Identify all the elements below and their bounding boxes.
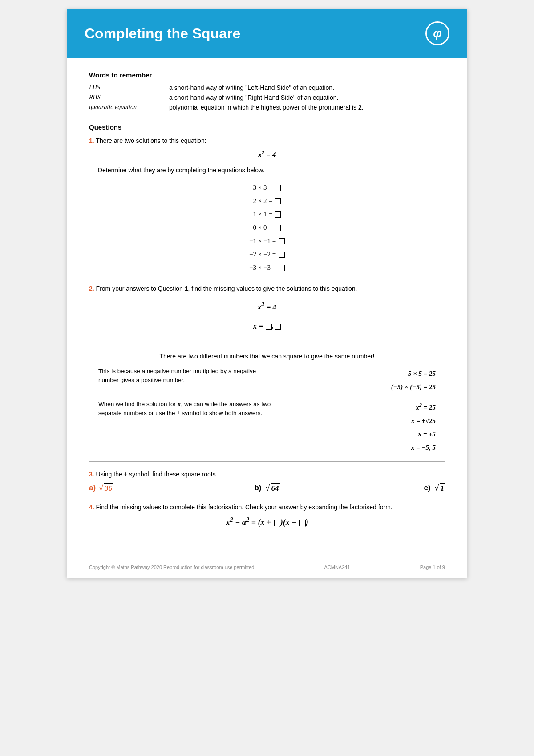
math-line: x = −5, 5 bbox=[287, 441, 436, 454]
q3-part-a: a) √36 bbox=[89, 483, 208, 493]
question-4: 4. Find the missing values to complete t… bbox=[89, 504, 445, 527]
math-line: x = ±√25 bbox=[287, 414, 436, 427]
answer-box bbox=[274, 520, 280, 526]
vocab-def-quadratic: polynomial equation in which the highest… bbox=[169, 104, 445, 111]
info-box-header: There are two different numbers that we … bbox=[98, 353, 436, 360]
question-1: 1. There are two solutions to this equat… bbox=[89, 137, 445, 274]
vocab-row: quadratic equation polynomial equation i… bbox=[89, 104, 445, 111]
equation-line: −2 × −2 = bbox=[89, 248, 445, 261]
q1-equation: x2 = 4 bbox=[89, 150, 445, 159]
equation-line: 1 × 1 = bbox=[89, 207, 445, 221]
q4-text: 4. Find the missing values to complete t… bbox=[89, 504, 445, 511]
answer-box bbox=[275, 225, 281, 231]
vocab-def-lhs: a short-hand way of writing "Left-Hand S… bbox=[169, 84, 445, 91]
info-section-1-math: 5 × 5 = 25 (−5) × (−5) = 25 bbox=[287, 367, 436, 394]
info-section-2-text: When we find the solution for x, we can … bbox=[98, 400, 287, 418]
question-2: 2. From your answers to Question 1, find… bbox=[89, 285, 445, 334]
math-line: 5 × 5 = 25 bbox=[287, 367, 436, 380]
vocab-term-quadratic: quadratic equation bbox=[89, 104, 169, 111]
q3-parts-row: a) √36 b) √64 c) √1 bbox=[89, 483, 445, 493]
vocab-term-rhs: RHS bbox=[89, 94, 169, 101]
answer-box bbox=[279, 238, 285, 244]
q2-text: 2. From your answers to Question 1, find… bbox=[89, 285, 445, 292]
q2-equation-2: x = , bbox=[89, 318, 445, 334]
vocab-row: LHS a short-hand way of writing "Left-Ha… bbox=[89, 84, 445, 91]
page: Completing the Square φ Words to remembe… bbox=[67, 9, 467, 578]
info-section-2-math: x2 = 25 x = ±√25 x = ±5 x = −5, 5 bbox=[287, 400, 436, 454]
questions-section: Questions 1. There are two solutions to … bbox=[89, 123, 445, 527]
footer-code: ACMNA241 bbox=[324, 565, 350, 570]
q1-subtext: Determine what they are by completing th… bbox=[89, 167, 445, 174]
equation-line: 2 × 2 = bbox=[89, 194, 445, 207]
header: Completing the Square φ bbox=[67, 9, 467, 58]
vocab-def-rhs: a short-hand way of writing "Right-Hand … bbox=[169, 94, 445, 101]
q1-text: 1. There are two solutions to this equat… bbox=[89, 137, 445, 144]
footer-page: Page 1 of 9 bbox=[420, 565, 445, 570]
q4-equation: x2 − a2 = (x + )(x − ) bbox=[89, 516, 445, 527]
vocab-row: RHS a short-hand way of writing "Right-H… bbox=[89, 94, 445, 101]
info-section-1-text: This is because a negative number multip… bbox=[98, 367, 287, 385]
equation-line: 3 × 3 = bbox=[89, 181, 445, 194]
answer-box bbox=[266, 324, 272, 330]
math-line: x2 = 25 bbox=[287, 400, 436, 414]
answer-box bbox=[279, 265, 285, 271]
q2-equation-1: x2 = 4 bbox=[89, 297, 445, 315]
info-box: There are two different numbers that we … bbox=[89, 345, 445, 462]
words-title: Words to remember bbox=[89, 71, 445, 79]
vocab-term-lhs: LHS bbox=[89, 84, 169, 91]
answer-box bbox=[279, 252, 285, 258]
vocab-table: LHS a short-hand way of writing "Left-Ha… bbox=[89, 84, 445, 111]
math-line: (−5) × (−5) = 25 bbox=[287, 380, 436, 394]
main-content: Words to remember LHS a short-hand way o… bbox=[67, 58, 467, 551]
answer-box bbox=[275, 198, 281, 204]
answer-box bbox=[275, 324, 281, 330]
q3-part-b: b) √64 bbox=[208, 483, 327, 493]
answer-box bbox=[275, 211, 281, 218]
q3-part-c: c) √1 bbox=[326, 483, 445, 493]
equation-line: −3 × −3 = bbox=[89, 261, 445, 274]
equations-block: 3 × 3 = 2 × 2 = 1 × 1 = 0 × 0 = −1 × −1 … bbox=[89, 181, 445, 274]
words-section: Words to remember LHS a short-hand way o… bbox=[89, 71, 445, 111]
answer-box bbox=[299, 520, 306, 526]
math-line: x = ±5 bbox=[287, 427, 436, 441]
info-section-1: This is because a negative number multip… bbox=[98, 367, 436, 394]
info-section-2: When we find the solution for x, we can … bbox=[98, 400, 436, 454]
page-title: Completing the Square bbox=[85, 25, 240, 42]
question-3: 3. Using the ± symbol, find these square… bbox=[89, 471, 445, 493]
q3-text: 3. Using the ± symbol, find these square… bbox=[89, 471, 445, 478]
logo-icon: φ bbox=[425, 21, 449, 45]
page-footer: Copyright © Maths Pathway 2020 Reproduct… bbox=[89, 565, 445, 570]
equation-line: 0 × 0 = bbox=[89, 221, 445, 234]
footer-copyright: Copyright © Maths Pathway 2020 Reproduct… bbox=[89, 565, 254, 570]
questions-title: Questions bbox=[89, 123, 445, 131]
answer-box bbox=[275, 185, 281, 191]
equation-line: −1 × −1 = bbox=[89, 234, 445, 248]
